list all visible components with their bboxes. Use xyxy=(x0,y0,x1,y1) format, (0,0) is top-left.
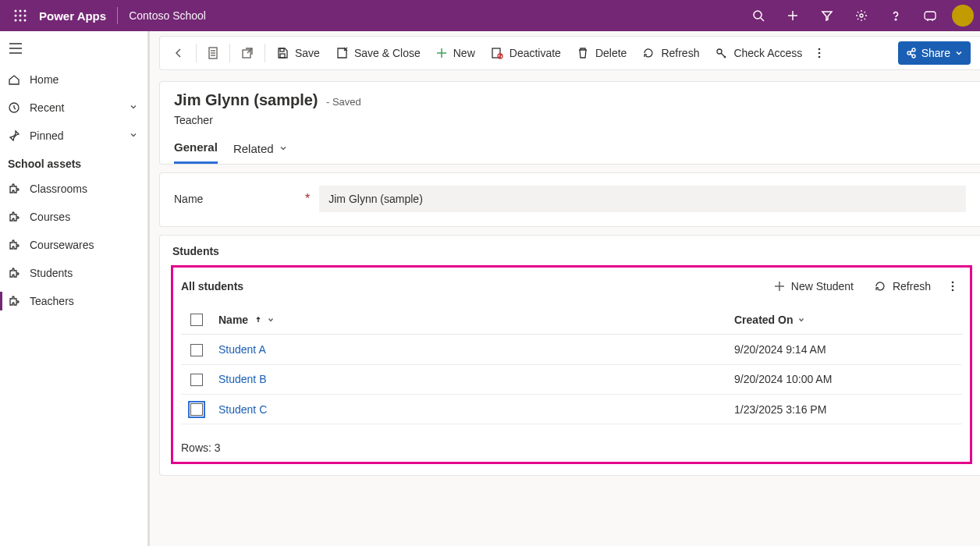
svg-point-44 xyxy=(952,285,954,288)
row-checkbox[interactable] xyxy=(190,374,203,386)
sidebar-item-label: Home xyxy=(30,73,59,86)
button-label: Check Access xyxy=(733,47,802,59)
record-link[interactable]: Student B xyxy=(218,373,267,385)
delete-button[interactable]: Delete xyxy=(569,40,634,66)
subgrid-new-button[interactable]: New Student xyxy=(766,274,861,299)
tab-related[interactable]: Related xyxy=(233,140,288,164)
table-row[interactable]: Student A 9/20/2024 9:14 AM xyxy=(181,335,962,364)
sidebar-item-coursewares[interactable]: Coursewares xyxy=(0,231,147,259)
button-label: Deactivate xyxy=(510,47,561,59)
record-link[interactable]: Student A xyxy=(218,343,266,356)
svg-point-38 xyxy=(912,48,915,51)
svg-rect-27 xyxy=(280,48,284,51)
column-header-created-on[interactable]: Created On xyxy=(728,305,962,335)
form-selector-button[interactable] xyxy=(200,40,226,66)
subgrid-view-name[interactable]: All students xyxy=(181,280,243,292)
subgrid-section: Students All students New Student Refres… xyxy=(159,235,980,476)
sidebar-item-label: Recent xyxy=(30,101,64,114)
subgrid-row-count: Rows: 3 xyxy=(181,441,962,454)
search-icon[interactable] xyxy=(741,0,776,31)
field-label-name: Name xyxy=(174,193,305,205)
sidebar-toggle[interactable] xyxy=(0,31,147,66)
topbar-divider xyxy=(117,7,118,24)
svg-point-8 xyxy=(24,20,27,22)
sidebar-item-home[interactable]: Home xyxy=(0,66,147,94)
svg-rect-15 xyxy=(925,12,936,20)
save-button[interactable]: Save xyxy=(268,40,328,66)
assistant-icon[interactable] xyxy=(913,0,947,31)
tab-general[interactable]: General xyxy=(174,140,218,164)
sidebar-item-courses[interactable]: Courses xyxy=(0,203,147,231)
puzzle-icon xyxy=(8,211,20,223)
pin-icon xyxy=(8,129,20,142)
command-bar: Save Save & Close New Deactivate Delete … xyxy=(159,36,980,70)
cell-created-on: 9/20/2024 10:00 AM xyxy=(728,364,962,394)
svg-point-3 xyxy=(15,15,17,17)
svg-line-10 xyxy=(761,18,764,21)
table-row[interactable]: Student C 1/23/2025 3:16 PM xyxy=(181,394,962,424)
sidebar-item-classrooms[interactable]: Classrooms xyxy=(0,175,147,203)
filter-icon[interactable] xyxy=(810,0,844,31)
svg-point-0 xyxy=(15,10,17,12)
sidebar-item-label: Teachers xyxy=(30,295,74,307)
sidebar-item-students[interactable]: Students xyxy=(0,259,147,287)
subgrid-section-title: Students xyxy=(172,245,972,257)
deactivate-button[interactable]: Deactivate xyxy=(483,40,569,66)
sidebar-item-recent[interactable]: Recent xyxy=(0,94,147,122)
puzzle-icon xyxy=(8,183,20,195)
row-checkbox[interactable] xyxy=(190,344,203,356)
puzzle-icon xyxy=(8,295,20,307)
sidebar-item-label: Pinned xyxy=(30,129,64,142)
row-checkbox[interactable] xyxy=(190,403,203,416)
sidebar-item-label: Courses xyxy=(30,211,70,223)
svg-point-45 xyxy=(952,289,954,292)
column-header-name[interactable]: Name xyxy=(212,305,728,335)
app-launcher-icon[interactable] xyxy=(6,0,34,31)
share-button[interactable]: Share xyxy=(898,41,971,65)
sidebar: Home Recent Pinned School assets Classro… xyxy=(0,31,150,546)
sidebar-item-teachers[interactable]: Teachers xyxy=(0,287,147,315)
svg-point-2 xyxy=(24,10,27,12)
table-row[interactable]: Student B 9/20/2024 10:00 AM xyxy=(181,364,962,394)
save-and-close-button[interactable]: Save & Close xyxy=(328,40,428,66)
svg-point-5 xyxy=(24,15,27,17)
subgrid-overflow-button[interactable] xyxy=(943,274,962,299)
button-label: Share xyxy=(921,47,950,59)
svg-point-35 xyxy=(818,48,821,51)
subgrid-refresh-button[interactable]: Refresh xyxy=(866,274,939,299)
record-save-status: - Saved xyxy=(326,96,361,108)
add-icon[interactable] xyxy=(776,0,810,31)
avatar[interactable] xyxy=(952,5,974,27)
svg-point-13 xyxy=(860,14,863,17)
cell-created-on: 9/20/2024 9:14 AM xyxy=(728,335,962,364)
cell-created-on: 1/23/2025 3:16 PM xyxy=(728,394,962,424)
tab-label: Related xyxy=(233,142,274,155)
record-title: Jim Glynn (sample) xyxy=(174,91,318,108)
open-new-window-button[interactable] xyxy=(233,40,261,66)
help-icon[interactable] xyxy=(879,0,913,31)
back-button[interactable] xyxy=(165,40,193,66)
button-label: Refresh xyxy=(661,47,699,59)
gear-icon[interactable] xyxy=(844,0,879,31)
svg-point-37 xyxy=(818,56,821,58)
svg-point-7 xyxy=(20,20,22,22)
required-indicator: * xyxy=(305,192,310,206)
record-link[interactable]: Student C xyxy=(218,403,267,416)
clock-icon xyxy=(8,101,20,114)
select-all-checkbox[interactable] xyxy=(190,314,203,326)
svg-point-1 xyxy=(20,10,22,12)
svg-point-36 xyxy=(818,52,821,55)
check-access-button[interactable]: Check Access xyxy=(707,40,810,66)
overflow-button[interactable] xyxy=(810,40,829,66)
svg-point-40 xyxy=(912,55,915,58)
record-entity-label: Teacher xyxy=(174,114,966,126)
sidebar-item-pinned[interactable]: Pinned xyxy=(0,122,147,150)
name-field[interactable] xyxy=(319,186,966,212)
new-button[interactable]: New xyxy=(428,40,483,66)
subgrid-table: Name Created On xyxy=(181,305,962,424)
svg-rect-31 xyxy=(492,48,500,58)
chevron-down-icon xyxy=(129,101,138,114)
sidebar-item-label: Classrooms xyxy=(30,183,87,195)
button-label: New Student xyxy=(791,280,854,292)
refresh-button[interactable]: Refresh xyxy=(634,40,707,66)
